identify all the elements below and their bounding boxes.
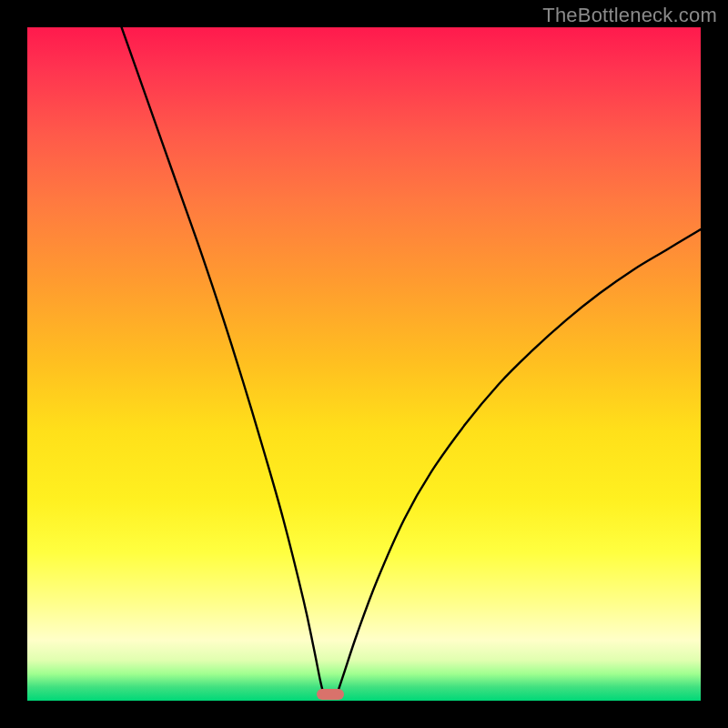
watermark-text: TheBottleneck.com [542,4,717,27]
right-curve [337,229,701,694]
chart-frame: TheBottleneck.com [0,0,728,728]
minimum-marker [317,689,344,700]
curve-layer [27,27,701,701]
plot-area [27,27,701,701]
left-curve [122,27,324,694]
